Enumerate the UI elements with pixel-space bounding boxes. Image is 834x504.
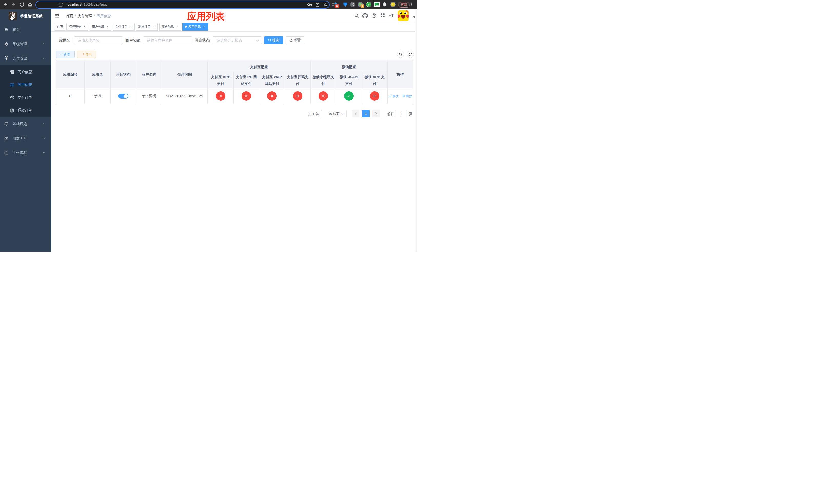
svg-text:y: y	[368, 3, 370, 6]
svg-text:⌘: ⌘	[351, 3, 354, 6]
